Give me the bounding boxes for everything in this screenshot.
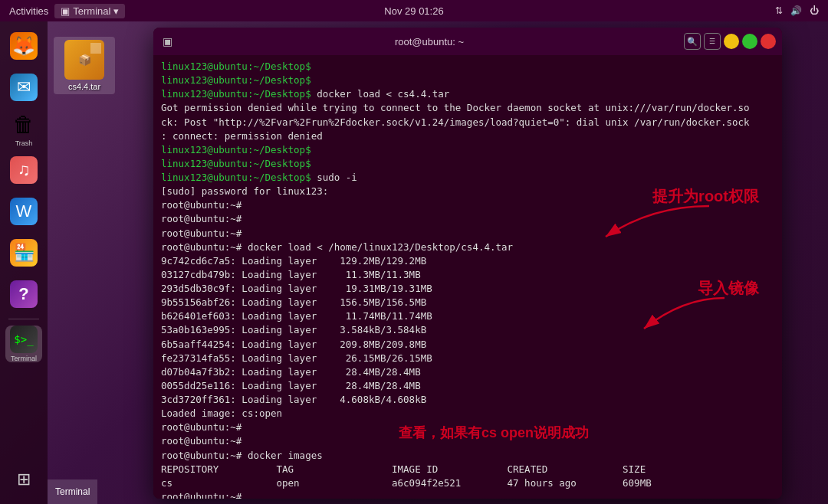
topbar-right: ⇅ 🔊 ⏻ <box>775 5 819 16</box>
trash-icon: 🗑 <box>10 110 38 138</box>
minimize-button[interactable]: – <box>724 34 739 49</box>
terminal-titlebar-icon: ▣ <box>159 34 175 49</box>
terminal-line: ck: Post "http://%2Fvar%2Frun%2Fdocker.s… <box>161 116 774 129</box>
terminal-line: root@ubuntu:~# <box>161 434 774 448</box>
terminal-dock-icon: $>_ <box>10 326 38 353</box>
terminal-line: REPOSITORY TAG IMAGE ID CREATED SIZE <box>161 463 774 476</box>
desktop-file-cs4tar[interactable]: 📦 cs4.4.tar <box>54 37 115 94</box>
sidebar-item-firefox[interactable]: 🦊 <box>5 28 42 64</box>
mail-icon: ✉ <box>10 74 38 101</box>
apps-grid-icon: ⊞ <box>10 466 38 493</box>
rhythmbox-icon: ♫ <box>10 156 38 184</box>
terminal-line: Got permission denied while trying to co… <box>161 101 774 115</box>
terminal-line: linux123@ubuntu:~/Desktop$ sudo -i <box>161 171 774 185</box>
desktop: 🦊 ✉ 🗑 Trash ♫ W 🏪 ? $>_ Terminal <box>0 21 828 504</box>
dock-separator <box>8 319 39 319</box>
terminal-line: d07b04a7f3b2: Loading layer 28.4MB/28.4M… <box>161 365 774 379</box>
terminal-line: root@ubuntu:~# docker images <box>161 449 774 463</box>
sidebar-item-terminal[interactable]: $>_ Terminal <box>5 326 42 362</box>
sidebar-item-trash[interactable]: 🗑 Trash <box>5 110 42 147</box>
terminal-line: Loaded image: cs:open <box>161 407 774 421</box>
network-icon: ⇅ <box>775 5 783 16</box>
taskbar-terminal-item[interactable]: Terminal <box>48 479 97 504</box>
terminal-line: linux123@ubuntu:~/Desktop$ docker load <… <box>161 87 774 101</box>
desktop-file-label: cs4.4.tar <box>68 82 100 91</box>
topbar-datetime: Nov 29 01:26 <box>384 5 443 17</box>
terminal-line: b626401ef603: Loading layer 11.74MB/11.7… <box>161 309 774 323</box>
terminal-line: cs open a6c094f2e521 47 hours ago 609MB <box>161 476 774 490</box>
sidebar-item-libreoffice[interactable]: W <box>5 193 42 230</box>
terminal-line: root@ubuntu:~# <box>161 490 774 499</box>
terminal-label: Terminal <box>73 5 110 17</box>
terminal-line: 6b5aaff44254: Loading layer 209.8MB/209.… <box>161 338 774 352</box>
terminal-line: 53a0b163e995: Loading layer 3.584kB/3.58… <box>161 323 774 337</box>
sidebar-item-rhythmbox[interactable]: ♫ <box>5 152 42 188</box>
search-button[interactable]: 🔍 <box>684 33 701 50</box>
terminal-body[interactable]: linux123@ubuntu:~/Desktop$ linux123@ubun… <box>153 55 782 499</box>
terminal-line: 9b55156abf26: Loading layer 156.5MB/156.… <box>161 296 774 309</box>
terminal-line: root@ubuntu:~# <box>161 227 774 241</box>
topbar-left: Activities ▣ Terminal ▾ <box>9 4 125 18</box>
terminal-line: 03127cdb479b: Loading layer 11.3MB/11.3M… <box>161 268 774 282</box>
terminal-line: linux123@ubuntu:~/Desktop$ <box>161 74 774 87</box>
power-icon: ⏻ <box>810 5 819 16</box>
activities-button[interactable]: Activities <box>9 5 48 17</box>
help-icon: ? <box>10 280 38 308</box>
chevron-down-icon: ▾ <box>113 5 119 17</box>
sidebar: 🦊 ✉ 🗑 Trash ♫ W 🏪 ? $>_ Terminal <box>0 21 48 504</box>
terminal-line: 293d5db30c9f: Loading layer 19.31MB/19.3… <box>161 282 774 296</box>
topbar: Activities ▣ Terminal ▾ Nov 29 01:26 ⇅ 🔊… <box>0 0 828 21</box>
volume-icon: 🔊 <box>790 5 802 16</box>
terminal-line: linux123@ubuntu:~/Desktop$ <box>161 60 774 74</box>
terminal-title: root@ubuntu: ~ <box>179 36 679 47</box>
menu-button[interactable]: ☰ <box>704 33 721 50</box>
terminal-titlebar: ▣ root@ubuntu: ~ 🔍 ☰ – □ ✕ <box>153 28 782 55</box>
terminal-line: linux123@ubuntu:~/Desktop$ <box>161 157 774 171</box>
firefox-icon: 🦊 <box>10 32 38 60</box>
terminal-line: fe237314fa55: Loading layer 26.15MB/26.1… <box>161 352 774 365</box>
titlebar-controls: 🔍 ☰ – □ ✕ <box>684 33 776 50</box>
terminal-line: 3cd3720ff361: Loading layer 4.608kB/4.60… <box>161 393 774 407</box>
taskbar-terminal-label: Terminal <box>55 486 90 497</box>
desktop-icons-area: 📦 cs4.4.tar <box>54 37 115 94</box>
sidebar-item-appstore[interactable]: 🏪 <box>5 234 42 271</box>
terminal-line: root@ubuntu:~# <box>161 198 774 212</box>
terminal-line: [sudo] password for linux123: <box>161 185 774 198</box>
maximize-button[interactable]: □ <box>742 34 757 49</box>
sidebar-item-mail[interactable]: ✉ <box>5 69 42 106</box>
sidebar-item-apps[interactable]: ⊞ <box>5 461 42 498</box>
terminal-line: root@ubuntu:~# docker load < /home/linux… <box>161 241 774 254</box>
terminal-line: root@ubuntu:~# <box>161 212 774 226</box>
terminal-icon: ▣ <box>61 5 70 17</box>
libreoffice-icon: W <box>10 198 38 225</box>
appstore-icon: 🏪 <box>10 239 38 267</box>
terminal-line: 0055dd25e116: Loading layer 28.4MB/28.4M… <box>161 379 774 393</box>
sidebar-item-help[interactable]: ? <box>5 276 42 313</box>
terminal-window: ▣ root@ubuntu: ~ 🔍 ☰ – □ ✕ linux123@ubun… <box>153 28 782 499</box>
terminal-line: 9c742cd6c7a5: Loading layer 129.2MB/129.… <box>161 254 774 268</box>
terminal-line: linux123@ubuntu:~/Desktop$ <box>161 143 774 157</box>
sidebar-item-trash-label: Trash <box>15 139 33 147</box>
sidebar-item-terminal-label: Terminal <box>11 355 37 362</box>
terminal-badge[interactable]: ▣ Terminal ▾ <box>54 4 125 18</box>
terminal-line: : connect: permission denied <box>161 129 774 143</box>
tar-file-icon: 📦 <box>64 40 104 80</box>
terminal-line: root@ubuntu:~# <box>161 421 774 434</box>
close-button[interactable]: ✕ <box>761 34 776 49</box>
